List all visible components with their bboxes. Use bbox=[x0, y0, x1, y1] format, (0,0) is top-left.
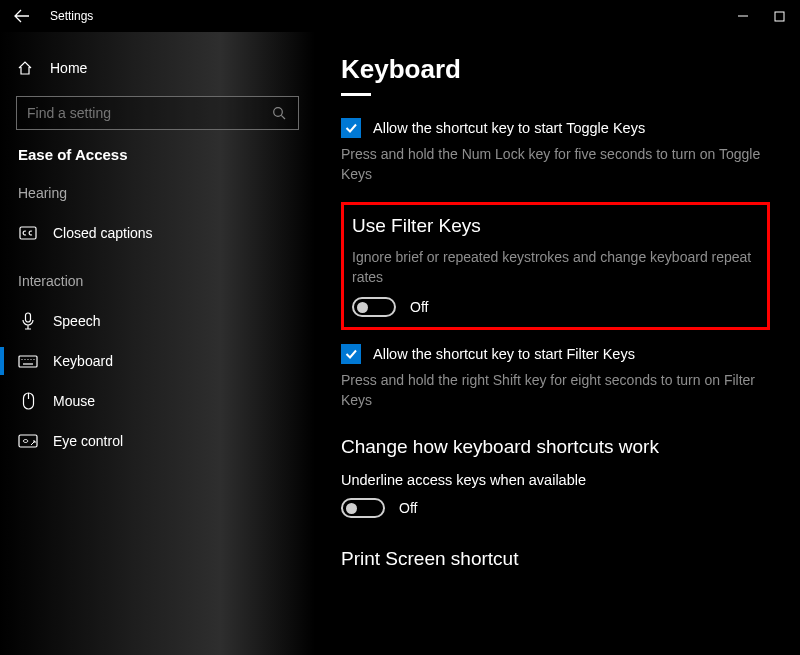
title-underline bbox=[341, 93, 371, 96]
home-icon bbox=[16, 60, 34, 76]
section-title: Ease of Access bbox=[18, 146, 299, 163]
microphone-icon bbox=[18, 312, 38, 330]
svg-rect-1 bbox=[775, 12, 784, 21]
svg-point-9 bbox=[24, 358, 25, 359]
sidebar: Home Ease of Access Hearing Closed capti… bbox=[0, 32, 315, 655]
svg-rect-4 bbox=[20, 227, 36, 239]
nav-label: Eye control bbox=[53, 433, 123, 449]
search-input[interactable] bbox=[27, 105, 272, 121]
search-icon bbox=[272, 106, 288, 121]
checkbox-checked-icon bbox=[341, 344, 361, 364]
checkbox-label: Allow the shortcut key to start Filter K… bbox=[373, 346, 635, 362]
underline-access-keys-label: Underline access keys when available bbox=[341, 472, 770, 488]
sidebar-item-mouse[interactable]: Mouse bbox=[16, 381, 299, 421]
toggle-switch-off-icon bbox=[341, 498, 385, 518]
category-interaction: Interaction bbox=[18, 273, 299, 289]
svg-line-16 bbox=[31, 441, 35, 445]
filter-keys-shortcut-description: Press and hold the right Shift key for e… bbox=[341, 370, 770, 410]
toggle-keys-shortcut-checkbox[interactable]: Allow the shortcut key to start Toggle K… bbox=[341, 118, 770, 138]
svg-rect-6 bbox=[19, 356, 37, 367]
svg-line-3 bbox=[281, 115, 285, 119]
nav-label: Closed captions bbox=[53, 225, 153, 241]
underline-access-keys-toggle[interactable]: Off bbox=[341, 498, 770, 518]
checkbox-checked-icon bbox=[341, 118, 361, 138]
eye-control-icon bbox=[18, 434, 38, 448]
svg-point-11 bbox=[30, 358, 31, 359]
home-nav[interactable]: Home bbox=[16, 50, 299, 86]
search-box[interactable] bbox=[16, 96, 299, 130]
filter-keys-toggle[interactable]: Off bbox=[352, 297, 759, 317]
printscreen-heading: Print Screen shortcut bbox=[341, 548, 770, 570]
window-controls bbox=[736, 9, 792, 23]
svg-point-10 bbox=[27, 358, 28, 359]
maximize-button[interactable] bbox=[772, 9, 786, 23]
shortcuts-heading: Change how keyboard shortcuts work bbox=[341, 436, 770, 458]
nav-label: Keyboard bbox=[53, 353, 113, 369]
svg-point-12 bbox=[33, 358, 34, 359]
toggle-state: Off bbox=[399, 500, 417, 516]
sidebar-item-keyboard[interactable]: Keyboard bbox=[16, 341, 299, 381]
category-hearing: Hearing bbox=[18, 185, 299, 201]
svg-point-2 bbox=[274, 107, 283, 116]
filter-keys-heading: Use Filter Keys bbox=[352, 215, 759, 237]
home-label: Home bbox=[50, 60, 87, 76]
filter-keys-shortcut-checkbox[interactable]: Allow the shortcut key to start Filter K… bbox=[341, 344, 770, 364]
minimize-button[interactable] bbox=[736, 9, 750, 23]
sidebar-item-eye-control[interactable]: Eye control bbox=[16, 421, 299, 461]
highlight-filter-keys: Use Filter Keys Ignore brief or repeated… bbox=[341, 202, 770, 330]
titlebar: Settings bbox=[0, 0, 800, 32]
nav-label: Speech bbox=[53, 313, 100, 329]
titlebar-left: Settings bbox=[12, 9, 93, 23]
svg-rect-5 bbox=[26, 313, 31, 322]
mouse-icon bbox=[18, 392, 38, 410]
toggle-switch-off-icon bbox=[352, 297, 396, 317]
window-title: Settings bbox=[50, 9, 93, 23]
content-pane: Keyboard Allow the shortcut key to start… bbox=[315, 32, 800, 655]
sidebar-item-speech[interactable]: Speech bbox=[16, 301, 299, 341]
toggle-state: Off bbox=[410, 299, 428, 315]
nav-label: Mouse bbox=[53, 393, 95, 409]
sidebar-item-closed-captions[interactable]: Closed captions bbox=[16, 213, 299, 253]
checkbox-label: Allow the shortcut key to start Toggle K… bbox=[373, 120, 645, 136]
svg-point-8 bbox=[21, 358, 22, 359]
toggle-keys-description: Press and hold the Num Lock key for five… bbox=[341, 144, 770, 184]
back-icon[interactable] bbox=[12, 9, 32, 23]
page-title: Keyboard bbox=[341, 54, 770, 85]
keyboard-icon bbox=[18, 355, 38, 368]
settings-window: Settings Home bbox=[0, 0, 800, 655]
filter-keys-description: Ignore brief or repeated keystrokes and … bbox=[352, 247, 759, 287]
closed-captions-icon bbox=[18, 226, 38, 240]
